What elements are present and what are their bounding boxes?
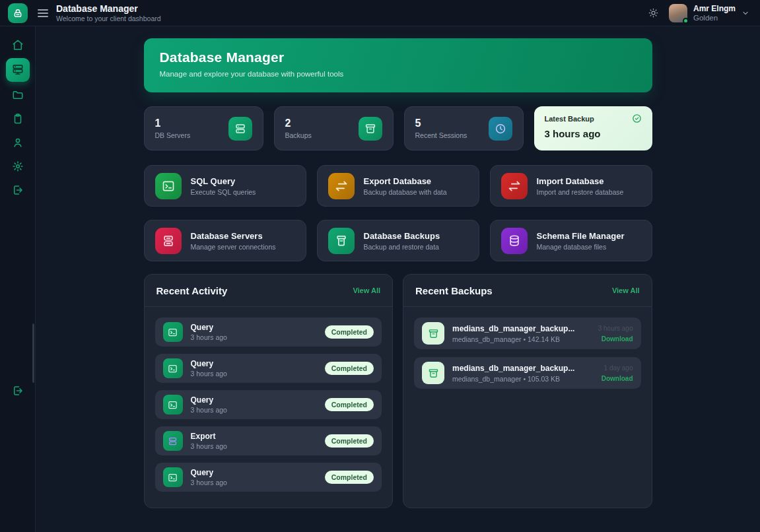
menu-toggle-button[interactable] [38,9,48,17]
action-text: Schema File Manager Manage database file… [537,231,625,251]
sidebar [0,26,36,532]
sidebar-item-profile[interactable] [7,132,28,153]
status-badge: Completed [325,398,374,411]
action-card-schema-file-manager[interactable]: Schema File Manager Manage database file… [490,220,652,261]
action-card-import-database[interactable]: Import Database Import and restore datab… [490,165,652,207]
activity-title: Query [191,395,227,405]
stat-card-backups[interactable]: 2 Backups [274,106,394,150]
activity-row[interactable]: Query 3 hours ago Completed [155,463,382,492]
status-badge: Completed [325,434,374,448]
action-text: SQL Query Execute SQL queries [191,176,256,196]
backup-side: 3 hours ago Download [598,325,633,343]
backup-row[interactable]: medians_db_manager_backup... medians_db_… [414,357,641,389]
action-text: Database Backups Backup and restore data [364,231,440,251]
activity-row[interactable]: Export 3 hours ago Completed [155,426,382,455]
app-logo[interactable] [8,3,28,23]
sidebar-item-tasks[interactable] [7,108,28,129]
download-link[interactable]: Download [598,335,633,343]
activity-text: Query 3 hours ago [191,395,227,414]
action-title: Export Database [364,176,447,186]
banner-subtitle: Manage and explore your database with po… [160,70,637,78]
arrows-right-left-icon [328,173,355,199]
stats-row: 1 DB Servers 2 Backups 5 Rec [144,106,652,150]
stat-value: 1 [155,117,191,129]
backup-meta: medians_db_manager • 105.03 KB [452,375,574,383]
server-icon [228,117,252,141]
arrows-right-left-icon [501,173,528,199]
server-icon [163,431,183,451]
sidebar-item-logout[interactable] [7,180,28,201]
action-card-export-database[interactable]: Export Database Backup database with dat… [317,165,479,207]
database-cylinder-icon [501,228,528,254]
sidebar-item-database-manager[interactable] [6,58,30,82]
action-card-database-servers[interactable]: Database Servers Manage server connectio… [144,220,306,261]
latest-backup-card[interactable]: Latest Backup 3 hours ago [534,106,652,150]
user-name: Amr Elngm [693,4,736,14]
action-subtitle: Backup database with data [364,188,447,196]
topbar-heading: Database Manager Welcome to your client … [56,3,161,23]
action-title: SQL Query [191,176,256,186]
stat-label: Backups [285,131,312,139]
backup-text: medians_db_manager_backup... medians_db_… [452,364,574,383]
stat-text: 2 Backups [285,117,312,139]
bottom-panels: Recent Activity View All Query 3 hours a… [144,274,652,508]
online-status-dot [683,18,689,24]
user-role: Golden [693,14,736,22]
action-title: Database Backups [364,231,440,241]
sidebar-item-logout-bottom[interactable] [7,380,28,401]
activity-time: 3 hours ago [191,333,227,341]
recent-activity-panel: Recent Activity View All Query 3 hours a… [144,274,394,508]
backup-meta: medians_db_manager • 142.14 KB [452,335,574,343]
sidebar-item-settings[interactable] [7,156,28,177]
stat-value: 2 [285,117,312,129]
clock-icon [489,117,512,141]
sun-icon [648,8,658,18]
theme-toggle-button[interactable] [648,8,658,18]
download-link[interactable]: Download [602,375,633,382]
stat-label: Recent Sessions [415,131,467,139]
action-card-sql-query[interactable]: SQL Query Execute SQL queries [144,165,306,207]
activity-time: 3 hours ago [191,370,227,378]
action-text: Export Database Backup database with dat… [364,176,447,196]
backup-row[interactable]: medians_db_manager_backup... medians_db_… [414,317,641,349]
user-menu[interactable]: Amr Elngm Golden [669,4,749,22]
banner-title: Database Manager [160,50,637,65]
action-card-database-backups[interactable]: Database Backups Backup and restore data [317,220,479,261]
backup-text: medians_db_manager_backup... medians_db_… [452,324,574,343]
stat-card-recent-sessions[interactable]: 5 Recent Sessions [404,106,524,150]
activity-time: 3 hours ago [191,406,227,414]
activity-text: Query 3 hours ago [191,359,227,378]
logout-icon [12,184,24,196]
action-subtitle: Backup and restore data [364,243,440,251]
page-subtitle: Welcome to your client dashboard [56,15,161,22]
main-content: Database Manager Manage and explore your… [36,26,760,532]
backup-name: medians_db_manager_backup... [452,324,574,333]
activity-row[interactable]: Query 3 hours ago Completed [155,317,382,347]
activity-row[interactable]: Query 3 hours ago Completed [155,354,382,383]
sidebar-item-folders[interactable] [7,84,28,106]
home-icon [12,39,24,51]
lock-icon [13,8,23,18]
terminal-icon [163,395,183,415]
database-servers-icon [11,63,24,77]
user-info: Amr Elngm Golden [693,4,736,22]
action-subtitle: Manage server connections [191,243,276,251]
backup-name: medians_db_manager_backup... [452,364,574,373]
action-title: Import Database [537,176,624,186]
activity-row[interactable]: Query 3 hours ago Completed [155,390,382,419]
view-all-activity-link[interactable]: View All [353,286,380,294]
sidebar-item-home[interactable] [7,34,28,55]
activity-title: Query [191,323,227,332]
activity-title: Export [191,432,227,441]
quick-actions-grid: SQL Query Execute SQL queries Export Dat… [144,165,652,261]
stat-card-db-servers[interactable]: 1 DB Servers [144,106,263,150]
terminal-icon [155,173,182,199]
action-title: Database Servers [191,231,276,241]
stat-text: 5 Recent Sessions [415,117,467,139]
action-text: Import Database Import and restore datab… [537,176,624,196]
trash-archive-icon [328,228,355,254]
archive-box-icon [359,117,382,141]
activity-title: Query [191,468,227,477]
sidebar-scrollbar-thumb[interactable] [32,323,34,383]
view-all-backups-link[interactable]: View All [612,286,640,294]
